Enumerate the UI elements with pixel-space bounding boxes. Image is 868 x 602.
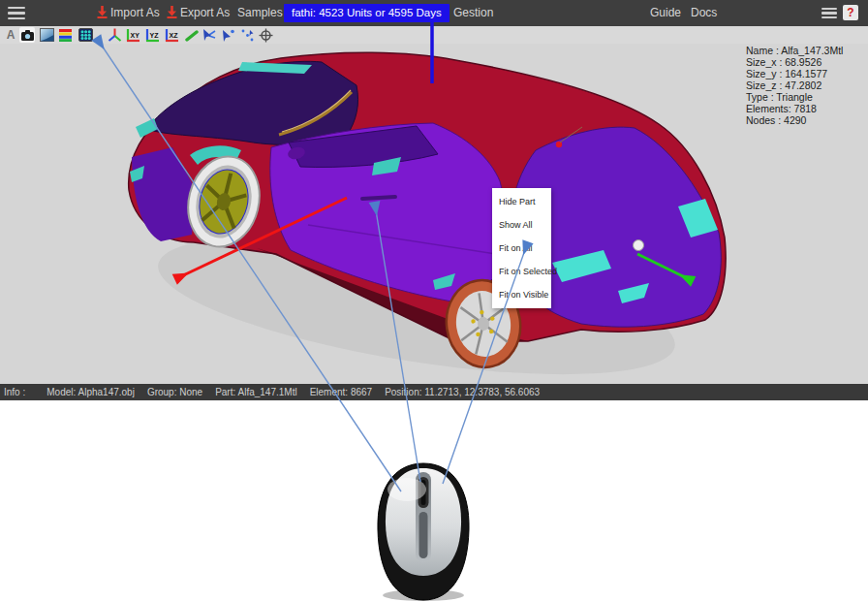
status-position: Position: 11.2713, 12.3783, 56.6063: [385, 387, 540, 397]
status-part: Part: Alfa_147.1Mtl: [215, 387, 297, 397]
camera-glyph: [21, 30, 34, 41]
export-as-button[interactable]: Export As: [180, 6, 230, 19]
status-bar: Info : Model: Alpha147.obj Group: None P…: [0, 384, 868, 400]
app-window: Import As Export As Samples fathi: 4523 …: [0, 0, 868, 602]
plane-yz-glyph: YZ: [145, 28, 160, 43]
status-model: Model: Alpha147.obj: [46, 387, 135, 397]
svg-text:YZ: YZ: [149, 32, 159, 39]
annotate-a-icon[interactable]: A: [3, 27, 18, 43]
gestion-button[interactable]: Gestion: [453, 6, 493, 19]
crosshair-icon[interactable]: [258, 27, 273, 43]
zoom-cursor-glyph: [240, 28, 255, 43]
top-menu-bar: Import As Export As Samples fathi: 4523 …: [0, 0, 868, 26]
docs-button[interactable]: Docs: [691, 6, 717, 19]
menu-item-fit-on-visible[interactable]: Fit on Visible: [492, 283, 551, 306]
info-elements: Elements: 7818: [746, 103, 866, 114]
measure-pen-icon[interactable]: [184, 27, 200, 43]
menu-item-fit-on-selected[interactable]: Fit on Selected: [492, 260, 551, 283]
colorbar-glyph: [59, 29, 73, 42]
zoom-cursor-icon[interactable]: [239, 27, 255, 43]
plane-xz-icon[interactable]: XZ: [164, 27, 179, 43]
plane-yz-icon[interactable]: YZ: [144, 27, 160, 43]
import-as-button[interactable]: Import As: [110, 6, 160, 19]
axes-triad-icon[interactable]: [107, 27, 122, 43]
status-element: Element: 8667: [310, 387, 373, 397]
menu-item-fit-on-all[interactable]: Fit on All: [492, 237, 551, 260]
svg-text:XY: XY: [130, 32, 140, 39]
camera-icon[interactable]: [19, 27, 35, 43]
info-size-x: Size_x : 68.9526: [746, 56, 866, 68]
model-info-panel: Name : Alfa_147.3Mtl Size_x : 68.9526 Si…: [746, 45, 866, 126]
plane-xy-glyph: XY: [126, 28, 140, 43]
crosshair-glyph: [259, 28, 273, 43]
grid-dots-icon[interactable]: [78, 27, 93, 43]
icon-toolbar: A: [0, 26, 868, 44]
viewport-3d[interactable]: [0, 44, 868, 384]
annotation-area: [0, 400, 868, 602]
license-status-item[interactable]: fathi: 4523 Units or 4595 Days: [284, 4, 450, 22]
rotate-cursor-glyph: [202, 28, 216, 43]
info-nodes: Nodes : 4290: [746, 114, 866, 126]
samples-button[interactable]: Samples: [237, 6, 283, 19]
plane-xz-glyph: XZ: [165, 28, 179, 43]
context-menu: Hide Part Show All Fit on All Fit on Sel…: [492, 188, 551, 308]
status-group: Group: None: [147, 387, 202, 397]
info-size-y: Size_y : 164.1577: [746, 68, 866, 79]
info-type: Type : Triangle: [746, 91, 866, 103]
colorbar-icon[interactable]: [58, 27, 74, 43]
help-button[interactable]: ?: [843, 5, 858, 20]
info-size-z: Size_z : 47.2802: [746, 79, 866, 91]
settings-hamburger-icon[interactable]: [822, 8, 837, 18]
export-icon: [167, 6, 177, 18]
pan-cursor-glyph: [221, 28, 235, 43]
status-info-label: Info :: [4, 387, 25, 397]
scene-preview-icon[interactable]: [39, 27, 54, 43]
measure-pen-glyph: [185, 29, 199, 42]
guide-button[interactable]: Guide: [650, 6, 681, 19]
menu-item-show-all[interactable]: Show All: [492, 213, 551, 237]
menu-item-hide-part[interactable]: Hide Part: [492, 190, 551, 213]
rotate-cursor-icon[interactable]: [201, 27, 216, 43]
annotate-a-label: A: [7, 28, 16, 42]
plane-xy-icon[interactable]: XY: [125, 27, 140, 43]
svg-text:XZ: XZ: [169, 32, 178, 39]
import-icon: [97, 6, 108, 18]
scene-preview-glyph: [40, 28, 54, 42]
menu-hamburger-icon[interactable]: [8, 7, 25, 19]
pan-cursor-icon[interactable]: [220, 27, 235, 43]
axes-triad-glyph: [108, 28, 122, 43]
grid-dots-glyph: [78, 28, 93, 42]
info-name: Name : Alfa_147.3Mtl: [746, 45, 866, 56]
